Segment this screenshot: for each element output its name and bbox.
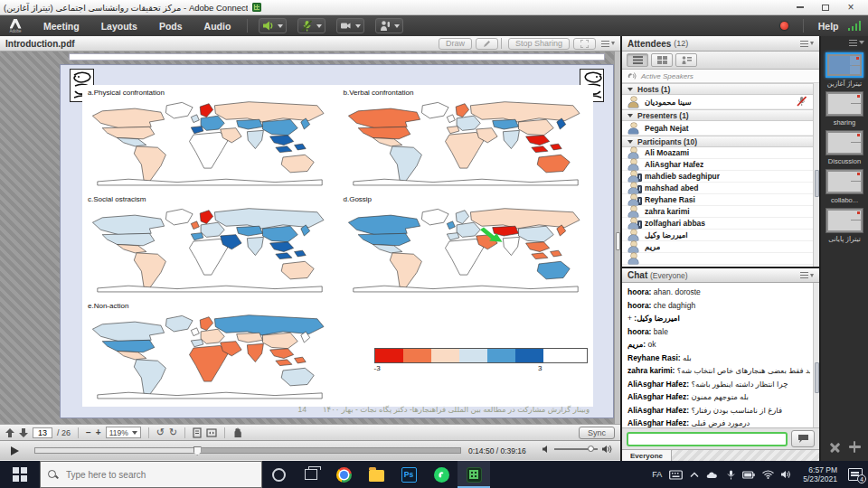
- active-speakers-bar[interactable]: Active Speakers: [622, 70, 819, 83]
- attendee-row[interactable]: mahdieb sadeghipur: [622, 171, 819, 183]
- rotate-left-button[interactable]: ↺: [156, 427, 165, 438]
- share-pod-menu-button[interactable]: [601, 41, 615, 47]
- file-explorer-taskbar-button[interactable]: [360, 461, 392, 488]
- adobe-connect-taskbar-button[interactable]: [458, 461, 490, 488]
- wifi-icon[interactable]: [762, 470, 774, 479]
- menu-meeting[interactable]: Meeting: [33, 21, 90, 32]
- minimize-button[interactable]: [794, 2, 807, 13]
- close-layout-bar-icon[interactable]: [830, 442, 840, 452]
- chat-input[interactable]: [627, 432, 788, 446]
- touch-keyboard-icon[interactable]: [669, 470, 683, 480]
- task-view-button[interactable]: [295, 461, 327, 488]
- chat-pod-menu-button[interactable]: [800, 272, 814, 278]
- attendee-row[interactable]: امیررضا وکیل: [622, 230, 819, 241]
- microphone-button[interactable]: [297, 18, 326, 33]
- attendee-name: mahdieb sadeghipur: [645, 172, 720, 181]
- layout-thumbnail-1[interactable]: [826, 52, 863, 78]
- attendee-row[interactable]: mahshad abed: [622, 183, 819, 194]
- start-button[interactable]: [0, 461, 40, 488]
- attendees-scrollbar[interactable]: [813, 83, 819, 267]
- help-menu[interactable]: Help: [818, 21, 839, 32]
- previous-page-button[interactable]: [5, 428, 14, 437]
- attendee-row[interactable]: AliAsghar Hafez: [622, 159, 819, 171]
- attendee-status-view-button[interactable]: [675, 53, 697, 67]
- onedrive-cloud-icon[interactable]: [706, 470, 720, 479]
- whatsapp-taskbar-button[interactable]: [425, 461, 458, 488]
- page-number-input[interactable]: [33, 427, 52, 438]
- pointer-tool-button[interactable]: [476, 38, 498, 50]
- chat-scrollbar[interactable]: [813, 283, 819, 427]
- layout-thumbnail-5[interactable]: [826, 208, 863, 233]
- layout-bar-menu-button[interactable]: [821, 36, 868, 49]
- action-center-icon[interactable]: 4: [848, 468, 863, 481]
- menu-audio[interactable]: Audio: [193, 21, 242, 32]
- zoom-level-select[interactable]: 119%: [106, 427, 141, 438]
- chrome-icon: [336, 467, 352, 483]
- speaker-dropdown-caret[interactable]: [278, 24, 283, 28]
- chat-message: امیررضا وکیل: +: [627, 312, 810, 325]
- show-hidden-icons-chevron[interactable]: [690, 472, 699, 478]
- sync-button[interactable]: Sync: [579, 427, 615, 439]
- speaker-button[interactable]: [259, 18, 287, 33]
- stage-scrollbar[interactable]: [614, 52, 620, 424]
- microphone-tray-icon[interactable]: [727, 470, 735, 480]
- cortana-button[interactable]: [262, 461, 295, 488]
- layout-thumbnail-3[interactable]: [826, 130, 863, 155]
- attendee-row[interactable]: Reyhane Rasi: [622, 194, 819, 206]
- attendees-pod-menu-button[interactable]: [800, 41, 814, 47]
- attendee-row[interactable]: zolfaghari abbas: [622, 218, 819, 230]
- chat-tab-everyone[interactable]: Everyone: [622, 450, 672, 461]
- chat-header: Chat (Everyone): [622, 268, 819, 283]
- attendee-row[interactable]: [622, 253, 819, 265]
- attendee-row[interactable]: Ali Moazami: [622, 147, 819, 159]
- volume-slider[interactable]: [554, 448, 598, 450]
- attendee-row[interactable]: Pegah Nejat: [622, 121, 819, 136]
- region-usa: [358, 127, 410, 138]
- battery-icon[interactable]: [742, 471, 755, 479]
- menu-layouts[interactable]: Layouts: [90, 21, 148, 32]
- volume-loud-icon[interactable]: [602, 445, 613, 454]
- layout-thumbnail-4[interactable]: [826, 169, 863, 194]
- zoom-out-button[interactable]: −: [86, 428, 91, 437]
- speaker-tray-icon[interactable]: [781, 470, 792, 479]
- fit-page-button[interactable]: [193, 427, 202, 438]
- fit-width-button[interactable]: [206, 427, 217, 438]
- close-button[interactable]: ×: [844, 2, 857, 13]
- webcam-dropdown-caret[interactable]: [355, 24, 361, 28]
- menu-pods[interactable]: Pods: [148, 21, 193, 32]
- playback-progress-track[interactable]: [34, 447, 461, 454]
- maximize-button[interactable]: [819, 2, 832, 13]
- next-page-button[interactable]: [19, 428, 28, 437]
- microphone-dropdown-caret[interactable]: [316, 24, 322, 28]
- group-header-presenters[interactable]: Presenters (1): [622, 109, 819, 121]
- rotate-right-button[interactable]: ↻: [169, 427, 177, 438]
- status-raise-hand-button[interactable]: [375, 18, 403, 33]
- volume-mute-icon[interactable]: [542, 445, 550, 454]
- attendee-row[interactable]: سینا محمودیان: [622, 95, 819, 109]
- group-header-participants[interactable]: Participants (10): [622, 136, 819, 147]
- fullscreen-button[interactable]: [573, 38, 596, 50]
- connection-signal-icon[interactable]: [848, 21, 862, 31]
- attendee-row[interactable]: zahra karimi: [622, 206, 819, 218]
- clock[interactable]: 6:57 PM 5/23/2021: [799, 465, 841, 483]
- add-layout-icon[interactable]: [850, 442, 860, 452]
- photoshop-taskbar-button[interactable]: Ps: [392, 461, 425, 488]
- group-header-hosts[interactable]: Hosts (1): [622, 83, 819, 95]
- zoom-in-button[interactable]: +: [96, 428, 101, 437]
- play-button[interactable]: [11, 446, 19, 455]
- draw-button[interactable]: Draw: [439, 38, 472, 50]
- status-dropdown-caret[interactable]: [394, 24, 400, 28]
- playback-scrubber[interactable]: [193, 446, 202, 455]
- layout-thumbnail-2[interactable]: [826, 91, 863, 117]
- search-input[interactable]: [64, 469, 254, 481]
- attendee-grid-view-button[interactable]: [651, 53, 673, 67]
- language-indicator[interactable]: FA: [652, 470, 662, 479]
- attendee-list-view-button[interactable]: [627, 53, 648, 67]
- chrome-taskbar-button[interactable]: [327, 461, 360, 488]
- chat-send-button[interactable]: [791, 430, 815, 447]
- stop-sharing-button[interactable]: Stop Sharing: [508, 38, 570, 50]
- taskbar-search-box[interactable]: [40, 461, 262, 488]
- attendee-row[interactable]: مریم: [622, 241, 819, 253]
- pan-hand-button[interactable]: [232, 427, 242, 438]
- webcam-button[interactable]: [336, 18, 364, 33]
